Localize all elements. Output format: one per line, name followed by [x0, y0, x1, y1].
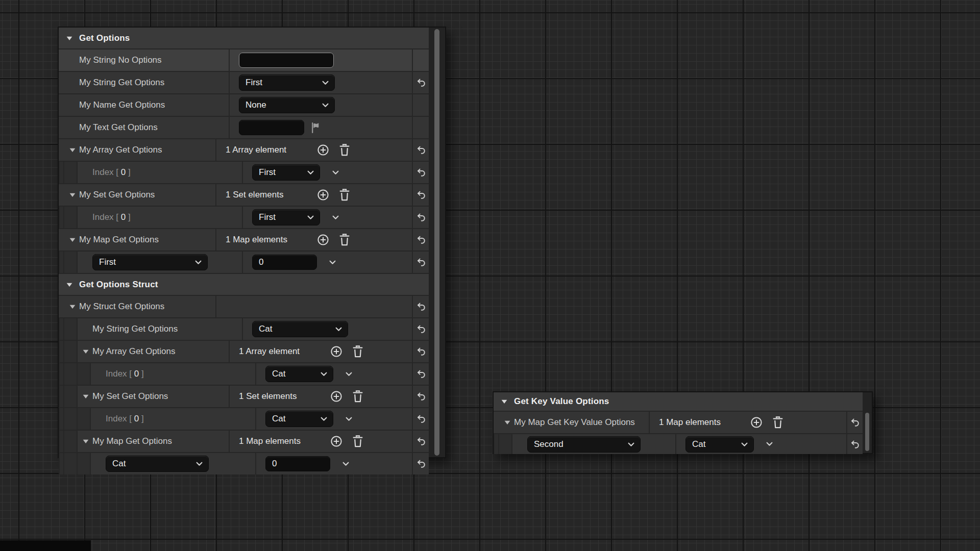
property-row[interactable]: My String Get OptionsFirst — [59, 72, 429, 94]
dropdown-select[interactable]: Cat — [265, 411, 333, 427]
delete-elements-button[interactable] — [771, 416, 785, 429]
dropdown-select[interactable]: Cat — [265, 366, 333, 382]
delete-elements-button[interactable] — [338, 188, 351, 202]
dropdown-select[interactable]: First — [239, 74, 335, 91]
expander-arrow[interactable] — [79, 393, 92, 400]
expander-arrow[interactable] — [66, 191, 79, 198]
category-row[interactable]: Get Options — [59, 28, 429, 49]
property-row[interactable]: Index [ 0 ]First — [59, 207, 429, 229]
property-value-cell: Cat — [243, 318, 413, 340]
reset-to-default-button[interactable] — [415, 301, 427, 312]
element-options-button[interactable] — [341, 460, 350, 468]
reset-to-default-button[interactable] — [415, 234, 427, 245]
reset-to-default-button[interactable] — [415, 77, 427, 88]
property-row[interactable]: My Struct Get Options — [59, 296, 429, 318]
map-key-dropdown[interactable]: Second — [527, 436, 641, 453]
reset-to-default-button[interactable] — [415, 257, 427, 268]
dropdown-select[interactable]: First — [252, 164, 320, 181]
delete-elements-button[interactable] — [351, 435, 364, 448]
delete-elements-button[interactable] — [338, 143, 351, 157]
element-options-button[interactable] — [331, 213, 340, 222]
reset-to-default-button[interactable] — [415, 413, 427, 424]
map-key-dropdown[interactable]: First — [92, 254, 208, 270]
reset-to-default-button[interactable] — [849, 417, 861, 428]
add-element-button[interactable] — [316, 188, 330, 202]
key-value-scrollbar[interactable] — [863, 392, 872, 453]
element-options-button[interactable] — [765, 440, 774, 448]
expander-arrow[interactable] — [79, 348, 92, 355]
text-input[interactable] — [239, 120, 304, 135]
property-row[interactable]: SecondCat — [494, 434, 863, 454]
expander-arrow[interactable] — [66, 303, 79, 310]
reset-to-default-button[interactable] — [415, 391, 427, 402]
property-row[interactable]: My Set Get Options1 Set elements — [59, 386, 429, 408]
property-row[interactable]: My Array Get Options1 Array element — [59, 139, 429, 162]
property-row[interactable]: My Map Get Options1 Map elements — [59, 431, 429, 453]
property-row[interactable]: Cat — [59, 453, 429, 474]
reset-to-default-button[interactable] — [415, 144, 427, 156]
reset-to-default-button[interactable] — [415, 323, 427, 335]
property-row[interactable]: Index [ 0 ]Cat — [59, 408, 429, 431]
dropdown-select[interactable]: None — [239, 97, 335, 113]
reset-to-default-button[interactable] — [415, 368, 427, 380]
expander-arrow[interactable] — [501, 419, 514, 426]
text-input[interactable] — [239, 53, 334, 68]
index-value: 0 — [134, 369, 139, 379]
scrollbar-thumb[interactable] — [434, 29, 439, 456]
element-count-text: 1 Set elements — [226, 190, 283, 200]
category-row[interactable]: Get Key Value Options — [494, 392, 863, 412]
triangle-down-icon[interactable] — [501, 398, 508, 405]
map-key-dropdown[interactable]: Cat — [106, 456, 209, 472]
element-options-button[interactable] — [331, 168, 340, 177]
reset-to-default-button[interactable] — [849, 439, 861, 450]
reset-to-default-button[interactable] — [415, 189, 427, 201]
reset-to-default-button[interactable] — [415, 458, 427, 469]
triangle-down-icon — [82, 348, 89, 355]
delete-elements-button[interactable] — [351, 345, 364, 358]
property-row[interactable]: Index [ 0 ]First — [59, 162, 429, 184]
dropdown-select[interactable]: Cat — [252, 321, 348, 337]
property-name-cell: My Name Get Options — [59, 94, 230, 116]
delete-elements-button[interactable] — [338, 233, 351, 246]
dropdown-select[interactable]: Cat — [685, 436, 754, 453]
delete-elements-button[interactable] — [351, 390, 364, 403]
expander-arrow[interactable] — [66, 236, 79, 243]
property-row[interactable]: My Array Get Options1 Array element — [59, 341, 429, 363]
details-scrollbar[interactable] — [429, 28, 445, 457]
text-input[interactable] — [252, 255, 317, 270]
category-row[interactable]: Get Options Struct — [59, 274, 429, 296]
property-row[interactable]: Index [ 0 ]Cat — [59, 363, 429, 386]
dropdown-select[interactable]: First — [252, 209, 320, 226]
localization-flag-button[interactable] — [310, 122, 321, 134]
property-row[interactable]: My String No Options — [59, 49, 429, 72]
add-element-button[interactable] — [330, 390, 343, 403]
triangle-down-icon[interactable] — [66, 281, 73, 288]
add-element-button[interactable] — [316, 233, 330, 246]
reset-to-default-button[interactable] — [415, 346, 427, 357]
add-element-button[interactable] — [316, 143, 330, 157]
reset-to-default-button[interactable] — [415, 436, 427, 447]
add-element-button[interactable] — [330, 435, 343, 448]
property-row[interactable]: My Map Get Options1 Map elements — [59, 229, 429, 252]
element-options-button[interactable] — [345, 370, 353, 379]
property-row[interactable]: My Text Get Options — [59, 117, 429, 139]
property-value-cell — [216, 296, 413, 317]
property-row[interactable]: My Name Get OptionsNone — [59, 94, 429, 117]
text-input[interactable] — [265, 456, 330, 471]
add-element-button[interactable] — [750, 416, 763, 429]
element-options-button[interactable] — [345, 415, 353, 423]
expander-arrow[interactable] — [66, 146, 79, 154]
blueprint-graph-background[interactable]: Get OptionsMy String No OptionsMy String… — [0, 0, 980, 551]
expander-arrow[interactable] — [79, 438, 92, 445]
property-name-cell: My Map Get Options — [59, 431, 230, 452]
triangle-down-icon[interactable] — [66, 35, 73, 42]
element-options-button[interactable] — [328, 258, 337, 267]
reset-to-default-button[interactable] — [415, 167, 427, 178]
property-row[interactable]: First — [59, 252, 429, 274]
property-row[interactable]: My Map Get Key Value Options1 Map elemen… — [494, 412, 863, 434]
reset-to-default-button[interactable] — [415, 212, 427, 223]
scrollbar-thumb[interactable] — [865, 413, 869, 451]
add-element-button[interactable] — [330, 345, 343, 358]
property-row[interactable]: My Set Get Options1 Set elements — [59, 184, 429, 207]
property-row[interactable]: My String Get OptionsCat — [59, 318, 429, 341]
